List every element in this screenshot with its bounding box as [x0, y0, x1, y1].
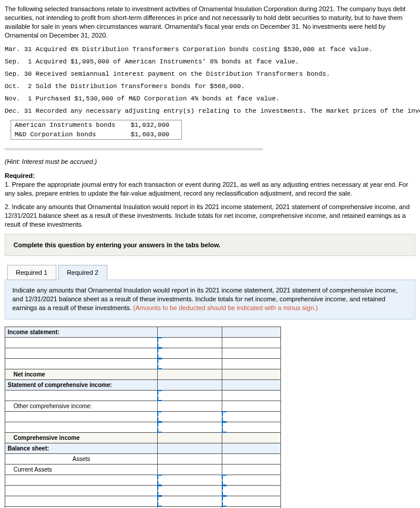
market-price-table: American Instruments bonds $1,032,000 M&… — [11, 120, 182, 140]
instruction-banner: Complete this question by entering your … — [5, 234, 415, 256]
input-oci-1b[interactable] — [222, 411, 281, 422]
cell-blank — [158, 401, 222, 411]
header-blank-2 — [222, 327, 281, 337]
select-item-income-3[interactable] — [5, 358, 158, 369]
intro-paragraph: The following selected transactions rela… — [5, 5, 415, 39]
prompt-note: (Amounts to be deducted should be indica… — [133, 304, 318, 311]
market-row-2-name: M&D Corporation bonds — [11, 130, 127, 140]
header-blank — [158, 443, 222, 453]
cell-blank — [222, 337, 281, 348]
total-comprehensive-income — [158, 432, 222, 443]
select-item-income-2[interactable] — [5, 348, 158, 358]
transaction-line-6: Dec. 31 Recorded any necessary adjusting… — [5, 107, 415, 116]
input-oci-2a[interactable] — [158, 422, 222, 432]
answer-grid: Income statement: Net income Statement o… — [5, 327, 281, 508]
cell-blank — [222, 358, 281, 369]
transaction-line-3: Sep. 30 Received semiannual interest pay… — [5, 70, 415, 79]
market-row-2-price: $1,603,000 — [127, 130, 182, 140]
subhead-assets: Assets — [5, 453, 158, 464]
input-oci-1a[interactable] — [158, 411, 222, 422]
select-item-ca-3[interactable] — [5, 496, 158, 506]
select-item-income-1[interactable] — [5, 337, 158, 348]
transaction-line-5: Nov. 1 Purchased $1,530,000 of M&D Corpo… — [5, 95, 415, 103]
required-item-1: 1. Prepare the appropriate journal entry… — [5, 180, 415, 198]
cell-blank — [158, 453, 222, 464]
header-blank — [158, 379, 222, 390]
label-oci: Other comprehensive income: — [5, 401, 158, 411]
header-blank — [222, 443, 281, 453]
hint-text: (Hint: Interest must be accrued.) — [5, 158, 97, 165]
input-ca-2a[interactable] — [158, 485, 222, 496]
select-item-ca-2[interactable] — [5, 485, 158, 496]
label-comprehensive-income: Comprehensive income — [5, 432, 158, 443]
header-balance-sheet: Balance sheet: — [5, 443, 158, 453]
cell-blank — [222, 401, 281, 411]
header-income-statement: Income statement: — [5, 327, 158, 337]
transaction-line-2: Sep. 1 Acquired $1,095,000 of American I… — [5, 58, 415, 66]
input-soci-1[interactable] — [158, 390, 222, 401]
input-income-1a[interactable] — [158, 337, 222, 348]
cell-blank — [222, 348, 281, 358]
market-row-1-name: American Instruments bonds — [11, 120, 127, 130]
tab-bar: Required 1 Required 2 — [7, 264, 415, 280]
label-net-income: Net income — [5, 369, 158, 379]
cell-blank — [222, 432, 281, 443]
input-ca-1b[interactable] — [222, 475, 281, 485]
select-item-soci-1[interactable] — [5, 390, 158, 401]
header-blank — [222, 379, 281, 390]
cell-blank — [222, 464, 281, 475]
input-oci-2b[interactable] — [222, 422, 281, 432]
input-income-3a[interactable] — [158, 358, 222, 369]
input-ca-3b[interactable] — [222, 496, 281, 506]
market-row-1-price: $1,032,000 — [127, 120, 182, 130]
label-current-assets: Current Assets — [5, 464, 158, 475]
required-item-2: 2. Indicate any amounts that Ornamental … — [5, 203, 415, 229]
select-item-ca-1[interactable] — [5, 475, 158, 485]
required-heading: Required: — [5, 172, 415, 179]
input-ca-3a[interactable] — [158, 496, 222, 506]
cell-blank — [222, 369, 281, 379]
transaction-line-4: Oct. 2 Sold the Distribution Transformer… — [5, 82, 415, 91]
cell-blank — [158, 464, 222, 475]
header-blank-1 — [158, 327, 222, 337]
total-net-income — [158, 369, 222, 379]
input-ca-1a[interactable] — [158, 475, 222, 485]
cell-blank — [222, 390, 281, 401]
cell-blank — [222, 453, 281, 464]
select-item-oci-2[interactable] — [5, 422, 158, 432]
header-soci: Statement of comprehensive income: — [5, 379, 158, 390]
input-income-2a[interactable] — [158, 348, 222, 358]
tab-required-1[interactable]: Required 1 — [7, 265, 56, 280]
input-ca-2b[interactable] — [222, 485, 281, 496]
transaction-line-1: Mar. 31 Acquired 6% Distribution Transfo… — [5, 45, 415, 54]
select-item-oci-1[interactable] — [5, 411, 158, 422]
active-tab-prompt: Indicate any amounts that Ornamental Ins… — [5, 280, 415, 319]
tab-required-2[interactable]: Required 2 — [58, 265, 107, 280]
